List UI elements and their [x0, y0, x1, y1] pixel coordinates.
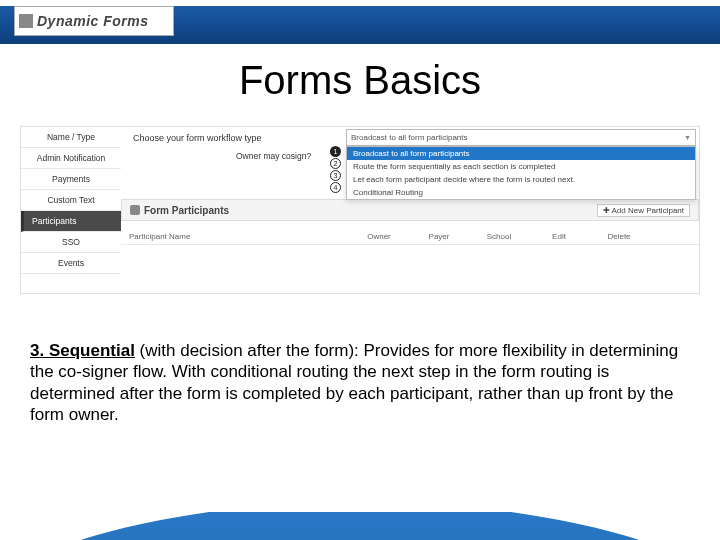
- workflow-select[interactable]: Broadcast to all form participants ▼: [346, 129, 696, 146]
- option-number-1: 1: [330, 146, 341, 157]
- sidebar-item-sso[interactable]: SSO: [21, 232, 121, 253]
- option-number-3: 3: [330, 170, 341, 181]
- col-delete: Delete: [589, 232, 649, 241]
- workflow-dropdown: Broadcast to all form participants Route…: [346, 146, 696, 200]
- option-numbers: 1 2 3 4: [330, 146, 341, 194]
- cosign-label: Owner may cosign?: [236, 151, 311, 161]
- sidebar-item-label: Name / Type: [47, 132, 95, 142]
- sidebar-item-custom-text[interactable]: Custom Text: [21, 190, 121, 211]
- add-participant-button[interactable]: ✚ Add New Participant: [597, 204, 690, 217]
- option-label: Conditional Routing: [353, 188, 423, 197]
- workflow-heading: Choose your form workflow type: [133, 133, 262, 143]
- col-edit: Edit: [529, 232, 589, 241]
- slide: Dynamic Forms Forms Basics Name / Type A…: [0, 0, 720, 540]
- option-number-4: 4: [330, 182, 341, 193]
- add-participant-label: Add New Participant: [612, 206, 684, 215]
- sidebar-item-label: Participants: [32, 216, 76, 226]
- page-title: Forms Basics: [0, 58, 720, 103]
- footer-curve: [0, 512, 720, 540]
- logo: Dynamic Forms: [14, 6, 174, 36]
- chevron-down-icon: ▼: [684, 134, 691, 141]
- sidebar-item-admin-notification[interactable]: Admin Notification: [21, 148, 121, 169]
- col-owner: Owner: [349, 232, 409, 241]
- sidebar-item-label: Events: [58, 258, 84, 268]
- sidebar-item-label: Custom Text: [47, 195, 94, 205]
- logo-icon: [19, 14, 33, 28]
- option-label: Broadcast to all form participants: [353, 149, 470, 158]
- participants-table-header: Participant Name Owner Payer School Edit…: [121, 229, 699, 245]
- workflow-option-participant-decide[interactable]: Let each form participant decide where t…: [347, 173, 695, 186]
- col-school: School: [469, 232, 529, 241]
- workflow-option-broadcast[interactable]: Broadcast to all form participants: [347, 147, 695, 160]
- sidebar-item-payments[interactable]: Payments: [21, 169, 121, 190]
- participants-title-text: Form Participants: [144, 205, 229, 216]
- participants-panel-header: Form Participants ✚ Add New Participant: [121, 199, 699, 221]
- sidebar-item-name-type[interactable]: Name / Type: [21, 127, 121, 148]
- workflow-option-sequential[interactable]: Route the form sequentially as each sect…: [347, 160, 695, 173]
- users-icon: [130, 205, 140, 215]
- sidebar-item-label: Payments: [52, 174, 90, 184]
- form-screenshot: Name / Type Admin Notification Payments …: [20, 126, 700, 294]
- logo-text: Dynamic Forms: [37, 13, 149, 29]
- description-text: 3. Sequential (with decision after the f…: [30, 340, 690, 425]
- sidebar-item-label: SSO: [62, 237, 80, 247]
- form-main: Choose your form workflow type Broadcast…: [121, 127, 699, 293]
- sidebar-item-label: Admin Notification: [37, 153, 106, 163]
- workflow-selected-value: Broadcast to all form participants: [351, 133, 468, 142]
- sidebar-item-participants[interactable]: Participants: [21, 211, 121, 232]
- col-participant-name: Participant Name: [129, 232, 349, 241]
- option-number-2: 2: [330, 158, 341, 169]
- sidebar-item-events[interactable]: Events: [21, 253, 121, 274]
- option-label: Let each form participant decide where t…: [353, 175, 575, 184]
- participants-title: Form Participants: [130, 205, 229, 216]
- workflow-option-conditional[interactable]: Conditional Routing: [347, 186, 695, 199]
- plus-icon: ✚: [603, 206, 610, 215]
- form-sidebar: Name / Type Admin Notification Payments …: [21, 127, 121, 293]
- option-label: Route the form sequentially as each sect…: [353, 162, 555, 171]
- description-lead: 3. Sequential: [30, 341, 135, 360]
- col-payer: Payer: [409, 232, 469, 241]
